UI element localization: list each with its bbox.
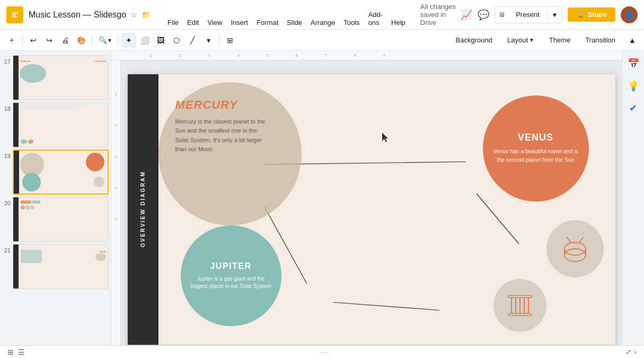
- venus-circle[interactable]: VENUS Venus has a beautiful name and is …: [483, 95, 589, 202]
- title-area: Music Lesson — Slidesgo ☆ 📁: [29, 10, 151, 20]
- menu-slide[interactable]: Slide: [283, 16, 306, 29]
- extra-tool[interactable]: ⊞: [223, 33, 237, 48]
- separator3: [118, 35, 118, 46]
- text-box-tool[interactable]: ⬜: [137, 33, 152, 48]
- layout-button[interactable]: Layout ▼: [502, 34, 540, 46]
- theme-button[interactable]: Theme: [544, 34, 576, 46]
- add-slide-button[interactable]: ＋: [4, 33, 19, 48]
- slide-dots: ···: [321, 349, 329, 355]
- menu-arrange[interactable]: Arrange: [306, 16, 339, 29]
- menu-help[interactable]: Help: [387, 16, 410, 29]
- zoom-icon: 🔍: [99, 36, 107, 44]
- star-icon[interactable]: ☆: [130, 11, 137, 19]
- folder-icon[interactable]: 📁: [142, 11, 151, 19]
- toolbar-row1: ＋ ↩ ↪ 🖨 🎨 🔍 ▾ ✦ ⬜ 🖼 ⬡ ╱ ▾ ⊞ Background L…: [0, 30, 644, 51]
- slides-panel: 17 PROBLEM SOLUTION 18: [0, 51, 111, 358]
- image-tool[interactable]: 🖼: [153, 33, 168, 48]
- slide-preview-20: [13, 197, 109, 242]
- right-icons-panel: 📅 💡 ✔: [622, 51, 644, 358]
- slide-preview-17: PROBLEM SOLUTION: [13, 55, 109, 100]
- slide-number-19: 19: [2, 153, 11, 159]
- present-dropdown-icon[interactable]: ▼: [547, 12, 562, 18]
- menu-file[interactable]: File: [163, 16, 183, 29]
- calendar-icon[interactable]: 📅: [626, 56, 641, 71]
- ruler-vertical: 1 2 3 4 5: [111, 60, 121, 358]
- slide-preview-18: [13, 102, 109, 147]
- svg-line-6: [477, 194, 519, 244]
- mercury-body: Mercury is the closest planet to the Sun…: [175, 117, 268, 154]
- transition-button[interactable]: Transition: [580, 34, 621, 46]
- slide-number-20: 20: [2, 200, 11, 206]
- app-icon[interactable]: [6, 6, 23, 23]
- undo-button[interactable]: ↩: [26, 33, 41, 48]
- bottom-left: ⊞ ☰: [7, 348, 25, 356]
- slide-number-18: 18: [2, 106, 11, 112]
- main-area: 17 PROBLEM SOLUTION 18: [0, 51, 644, 358]
- svg-line-12: [567, 237, 571, 242]
- menu-view[interactable]: View: [203, 16, 226, 29]
- share-button[interactable]: 🔒 Share: [568, 7, 615, 22]
- menu-tools[interactable]: Tools: [339, 16, 364, 29]
- redo-button[interactable]: ↪: [42, 33, 57, 48]
- separator1: [22, 35, 23, 46]
- columns-icon: [506, 292, 534, 319]
- more-tools[interactable]: ▾: [201, 33, 216, 48]
- right-controls: 📈 💬 🖥 Present ▼ 🔒 Share 👤: [461, 6, 638, 23]
- svg-rect-2: [12, 14, 16, 15]
- collapse-panel-button[interactable]: ▲: [625, 33, 640, 48]
- slide-number-21: 21: [2, 247, 11, 254]
- background-button[interactable]: Background: [451, 34, 498, 46]
- filmstrip-view-button[interactable]: ☰: [18, 348, 25, 356]
- select-tool[interactable]: ✦: [121, 33, 136, 48]
- shape-tool[interactable]: ⬡: [169, 33, 184, 48]
- print-button[interactable]: 🖨: [58, 33, 73, 48]
- mercury-text-area[interactable]: MERCURY Mercury is the closest planet to…: [175, 98, 268, 154]
- jupiter-title: JUPITER: [210, 261, 251, 271]
- present-screen-icon: 🖥: [495, 11, 508, 19]
- slide-canvas[interactable]: OVERVIEW DIAGRAM MERCURY Mercury is the …: [128, 74, 615, 345]
- icon-circle-2[interactable]: [493, 279, 546, 332]
- tasks-icon[interactable]: ✔: [626, 101, 641, 116]
- menu-bar: File Edit View Insert Format Slide Arran…: [163, 1, 461, 29]
- paint-format-button[interactable]: 🎨: [74, 33, 89, 48]
- layout-dropdown-icon: ▼: [529, 37, 534, 43]
- slide-thumb-19[interactable]: 19: [2, 150, 109, 195]
- separator4: [219, 35, 219, 46]
- separator2: [92, 35, 92, 46]
- zoom-control[interactable]: 🔍 ▾: [95, 36, 114, 44]
- menu-edit[interactable]: Edit: [183, 16, 203, 29]
- overview-diagram-label: OVERVIEW DIAGRAM: [140, 171, 146, 247]
- lock-icon: 🔒: [576, 11, 585, 19]
- menu-addons[interactable]: Add-ons: [364, 8, 387, 29]
- svg-rect-1: [12, 12, 18, 13]
- slide-thumb-18[interactable]: 18: [2, 102, 109, 147]
- doc-title: Music Lesson — Slidesgo: [29, 10, 126, 20]
- jupiter-body: Jupiter is a gas giant and the biggest p…: [181, 275, 281, 290]
- svg-line-7: [333, 302, 439, 310]
- autosave-text: All changes saved in Drive: [416, 1, 461, 29]
- slide-preview-21: SATURN: [13, 244, 109, 289]
- bottom-right: ⤢ ›: [625, 348, 637, 356]
- zoom-value: ▾: [108, 37, 111, 44]
- menu-format[interactable]: Format: [252, 16, 283, 29]
- lightbulb-icon[interactable]: 💡: [626, 78, 641, 93]
- menu-insert[interactable]: Insert: [226, 16, 252, 29]
- slide-thumb-20[interactable]: 20: [2, 197, 109, 242]
- trending-icon[interactable]: 📈: [461, 9, 472, 21]
- chevron-right-icon[interactable]: ›: [634, 348, 637, 356]
- present-button[interactable]: 🖥 Present ▼: [495, 6, 562, 23]
- cursor: [382, 133, 391, 143]
- drum-icon: [561, 235, 589, 263]
- icon-circle-1[interactable]: [546, 220, 604, 277]
- line-tool[interactable]: ╱: [185, 33, 200, 48]
- venus-body: Venus has a beautiful name and is the se…: [483, 147, 589, 164]
- user-avatar[interactable]: 👤: [621, 6, 638, 23]
- expand-icon[interactable]: ⤢: [625, 348, 631, 356]
- comment-icon[interactable]: 💬: [478, 9, 489, 21]
- venus-title: VENUS: [518, 132, 553, 143]
- svg-rect-15: [508, 295, 532, 298]
- slide-thumb-17[interactable]: 17 PROBLEM SOLUTION: [2, 55, 109, 100]
- slide-thumb-21[interactable]: 21 SATURN: [2, 244, 109, 289]
- grid-view-button[interactable]: ⊞: [7, 348, 14, 356]
- jupiter-circle[interactable]: JUPITER Jupiter is a gas giant and the b…: [181, 225, 281, 326]
